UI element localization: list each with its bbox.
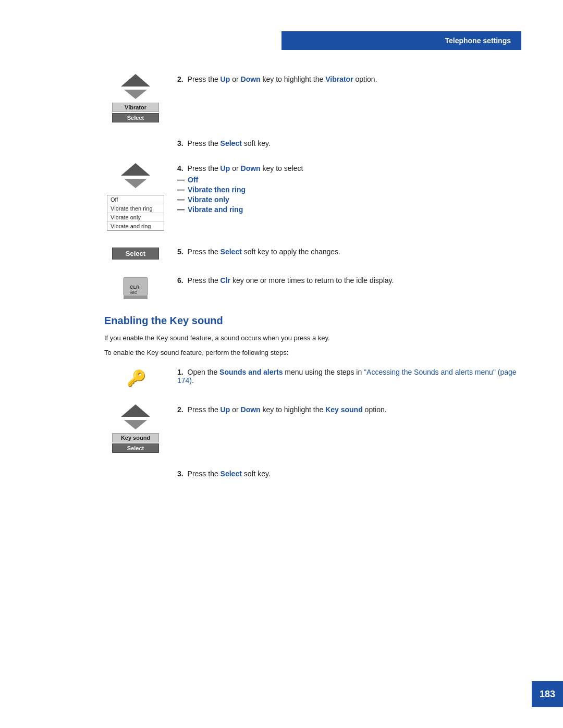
up-key-label-s2: Up xyxy=(221,405,230,414)
step-3-select: 3. Press the Select soft key. xyxy=(104,137,521,147)
select-label-1: Select xyxy=(112,113,159,122)
header-bar: Telephone settings xyxy=(282,31,521,50)
step-s2-3: 3. Press the Select soft key. xyxy=(104,467,521,478)
step-4-icon-col: Off Vibrate then ring Vibrate only Vibra… xyxy=(104,162,167,231)
option-vibrate-then-ring: — Vibrate then ring xyxy=(177,186,521,194)
step-s2-num-2: 2. xyxy=(177,405,183,414)
speaker-top-icon-3 xyxy=(120,403,151,418)
step-2-text-content: Press the Up or Down key to highlight th… xyxy=(188,75,377,83)
clr-key-icon: CLR ABC xyxy=(123,276,149,299)
select-btn-apply[interactable]: Select xyxy=(112,248,159,260)
step-s2-1-content: Open the Sounds and alerts menu using th… xyxy=(177,368,517,385)
step-s2-3-content: Press the Select soft key. xyxy=(188,470,271,478)
option-vibrate-then-ring-label: Vibrate then ring xyxy=(188,186,246,194)
clr-key-label: Clr xyxy=(221,276,230,285)
sounds-alerts-link[interactable]: Sounds and alerts xyxy=(219,368,283,376)
svg-marker-10 xyxy=(124,420,147,429)
step-num-4: 4. xyxy=(177,164,183,172)
step-3-text: 3. Press the Select soft key. xyxy=(177,137,521,147)
speaker-top-icon xyxy=(120,73,151,88)
step-s2-3-text: 3. Press the Select soft key. xyxy=(177,467,521,478)
up-key-label: Up xyxy=(221,75,230,83)
step-s2-1: 🔑 1. Open the Sounds and alerts menu usi… xyxy=(104,366,521,389)
step-3-text-content: Press the Select soft key. xyxy=(188,139,271,147)
svg-marker-9 xyxy=(121,404,150,417)
key-sound-label: Key sound xyxy=(112,433,159,442)
step-s2-2-text: 2. Press the Up or Down key to highlight… xyxy=(177,403,521,414)
down-key-label-2: Down xyxy=(241,164,261,172)
step-s2-2: Key sound Select 2. Press the Up or Down… xyxy=(104,403,521,453)
step-num-6: 6. xyxy=(177,276,183,285)
option-vibrate-and-ring: — Vibrate and ring xyxy=(177,205,521,214)
menu-item-vibrate-and-ring[interactable]: Vibrate and ring xyxy=(107,222,164,230)
option-vibrate-only: — Vibrate only xyxy=(177,195,521,204)
vibrator-label: Vibrator xyxy=(112,103,159,112)
step-num-3: 3. xyxy=(177,139,183,147)
header-title: Telephone settings xyxy=(445,36,511,45)
page-container: Telephone settings Vibrator Select xyxy=(0,0,563,728)
step-2-icon-col: Vibrator Select xyxy=(104,73,167,122)
page-number: 183 xyxy=(540,689,555,700)
step-6-icon-col: CLR ABC xyxy=(104,274,167,299)
down-key-label-s2: Down xyxy=(241,405,261,414)
step-6-text: 6. Press the Clr key one or more times t… xyxy=(177,274,521,285)
step-5-apply: Select 5. Press the Select soft key to a… xyxy=(104,245,521,260)
step-2-text: 2. Press the Up or Down key to highlight… xyxy=(177,73,521,83)
speaker-bottom-icon-3 xyxy=(123,419,148,430)
svg-text:CLR: CLR xyxy=(130,285,140,290)
select-label-s2: Select xyxy=(112,443,159,453)
svg-marker-5 xyxy=(124,296,148,299)
vibrator-option-label: Vibrator xyxy=(325,75,353,83)
select-soft-key-s2: Select xyxy=(221,470,242,478)
menu-item-vibrate-then-ring[interactable]: Vibrate then ring xyxy=(107,204,164,213)
key-sound-para2: To enable the Key sound feature, perform… xyxy=(104,348,407,358)
speaker-pair-icon xyxy=(120,73,151,100)
select-soft-key-1: Select xyxy=(221,139,242,147)
menu-item-off[interactable]: Off xyxy=(107,195,164,204)
step-s2-num-1: 1. xyxy=(177,368,183,376)
svg-marker-1 xyxy=(124,90,147,99)
step-5-text: 5. Press the Select soft key to apply th… xyxy=(177,245,521,256)
step-s2-2-icon-col: Key sound Select xyxy=(104,403,167,453)
menu-item-vibrate-only[interactable]: Vibrate only xyxy=(107,213,164,222)
step-4-text: 4. Press the Up or Down key to select — … xyxy=(177,162,521,215)
main-content: Vibrator Select 2. Press the Up or Down … xyxy=(104,73,521,478)
key-sound-heading: Enabling the Key sound xyxy=(104,315,521,327)
vibrate-options-list: — Off — Vibrate then ring — Vibrate only… xyxy=(177,176,521,214)
svg-text:🔑: 🔑 xyxy=(127,369,146,388)
speaker-pair-icon-2 xyxy=(120,162,151,189)
step-6-text-content: Press the Clr key one or more times to r… xyxy=(188,276,394,285)
key-sound-para1: If you enable the Key sound feature, a s… xyxy=(104,333,407,343)
option-off: — Off xyxy=(177,176,521,184)
step-num-5: 5. xyxy=(177,248,183,256)
page-number-badge: 183 xyxy=(532,681,563,707)
svg-marker-3 xyxy=(124,179,147,188)
step-num-2: 2. xyxy=(177,75,183,83)
step-5-text-content: Press the Select soft key to apply the c… xyxy=(188,248,340,256)
sounds-alerts-icon: 🔑 xyxy=(123,366,149,389)
svg-text:ABC: ABC xyxy=(130,291,137,294)
step-6-clr: CLR ABC 6. Press the Clr key one or more… xyxy=(104,274,521,299)
speaker-bottom-icon-2 xyxy=(123,178,148,189)
key-sound-option-label: Key sound xyxy=(325,405,363,414)
speaker-pair-icon-3 xyxy=(120,403,151,430)
step-s2-2-content: Press the Up or Down key to highlight th… xyxy=(188,405,387,414)
step-s2-num-3: 3. xyxy=(177,470,183,478)
svg-marker-2 xyxy=(121,163,150,176)
speaker-top-icon-2 xyxy=(120,162,151,177)
down-key-label: Down xyxy=(241,75,261,83)
step-s2-1-icon-col: 🔑 xyxy=(104,366,167,389)
step-2-vibrator: Vibrator Select 2. Press the Up or Down … xyxy=(104,73,521,122)
svg-marker-0 xyxy=(121,74,150,87)
step-5-icon-col: Select xyxy=(104,245,167,260)
option-off-label: Off xyxy=(188,176,198,184)
option-vibrate-and-ring-label: Vibrate and ring xyxy=(188,205,243,214)
step-4-vibrate: Off Vibrate then ring Vibrate only Vibra… xyxy=(104,162,521,231)
select-soft-key-2: Select xyxy=(221,248,242,256)
step-4-text-content: Press the Up or Down key to select xyxy=(188,164,303,172)
vibrate-menu-box: Off Vibrate then ring Vibrate only Vibra… xyxy=(107,195,164,231)
up-key-label-2: Up xyxy=(221,164,230,172)
speaker-bottom-icon xyxy=(123,89,148,100)
step-s2-1-text: 1. Open the Sounds and alerts menu using… xyxy=(177,366,521,385)
option-vibrate-only-label: Vibrate only xyxy=(188,195,229,204)
